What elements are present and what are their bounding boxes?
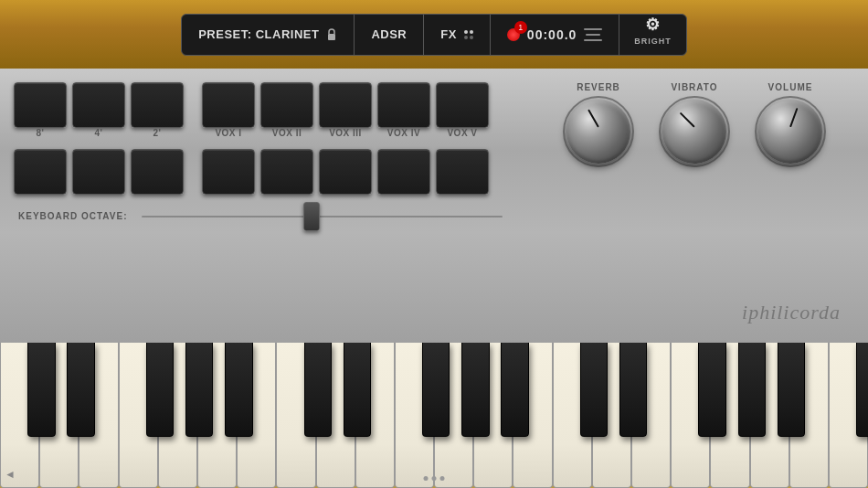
- octave-label-4ft: 4': [72, 128, 125, 138]
- toolbar: PRESET: CLARINET ADSR FX 00:00.0: [181, 14, 687, 56]
- vibrato-indicator: [680, 112, 695, 128]
- vox-label-5: VOX V: [436, 128, 489, 138]
- black-key-2[interactable]: [146, 343, 174, 437]
- controls-left: 8' 4' 2' VOX I VOX II VOX III: [0, 69, 521, 343]
- reverb-knob[interactable]: [566, 100, 630, 164]
- black-key-9[interactable]: [501, 343, 528, 437]
- vox-buttons-bottom-row: [202, 149, 489, 195]
- fx-label: FX: [440, 27, 457, 41]
- black-key-15[interactable]: [856, 343, 868, 437]
- black-key-0[interactable]: [27, 343, 55, 437]
- keyboard-octave-row: KEYBOARD OCTAVE:: [14, 211, 507, 221]
- reverb-knob-container: REVERB: [566, 82, 630, 164]
- octave-label-8ft: 8': [14, 128, 67, 138]
- black-key-3[interactable]: [185, 343, 213, 437]
- menu-line-bot: [584, 39, 602, 41]
- vox-group-top: VOX I VOX II VOX III VOX IV VOX V: [202, 82, 489, 138]
- octave-group-top: 8' 4' 2': [14, 82, 184, 138]
- dot-3: [440, 476, 445, 481]
- dot-1: [424, 476, 429, 481]
- reverb-knob-body: [566, 100, 630, 164]
- keyboard-octave-slider[interactable]: [142, 216, 503, 217]
- black-key-8[interactable]: [461, 343, 489, 437]
- volume-knob[interactable]: [758, 100, 822, 164]
- octave-btn-2ft[interactable]: [131, 82, 184, 128]
- vibrato-knob[interactable]: [662, 100, 726, 164]
- vibrato-knob-container: VIBRATO: [662, 82, 726, 164]
- vox-label-4: VOX IV: [377, 128, 430, 138]
- vox-btn-5[interactable]: [436, 82, 489, 128]
- octave-buttons-top-row: [14, 82, 184, 128]
- piano: [0, 343, 868, 488]
- vox-labels-top: VOX I VOX II VOX III VOX IV VOX V: [202, 128, 489, 138]
- adsr-label: ADSR: [371, 27, 407, 41]
- vox-btn-1[interactable]: [202, 82, 255, 128]
- vox-btn-b2[interactable]: [260, 149, 313, 195]
- lock-icon[interactable]: [326, 27, 337, 41]
- settings-section[interactable]: ⚙ BRIGHT: [619, 15, 686, 55]
- black-key-11[interactable]: [619, 343, 647, 437]
- volume-knob-container: VOLUME: [758, 82, 822, 164]
- preset-label: PRESET: CLARINET: [198, 27, 319, 41]
- black-key-4[interactable]: [225, 343, 252, 437]
- octave-btn-b3[interactable]: [131, 149, 184, 195]
- black-key-14[interactable]: [778, 343, 805, 437]
- gear-icon: ⚙: [645, 15, 661, 35]
- volume-label: VOLUME: [768, 82, 813, 92]
- fx-dots: [464, 30, 473, 39]
- left-arrow[interactable]: ◄: [5, 468, 16, 481]
- volume-knob-body: [758, 100, 822, 164]
- adsr-section[interactable]: ADSR: [355, 15, 424, 55]
- bright-label: BRIGHT: [634, 37, 672, 46]
- knobs-row: REVERB VIBRATO: [566, 82, 822, 164]
- octave-label-2ft: 2': [131, 128, 184, 138]
- black-key-10[interactable]: [580, 343, 608, 437]
- black-key-12[interactable]: [698, 343, 725, 437]
- vox-btn-b5[interactable]: [436, 149, 489, 195]
- vox-label-3: VOX III: [319, 128, 372, 138]
- transport-section: 00:00.0: [491, 15, 619, 55]
- vox-btn-2[interactable]: [260, 82, 313, 128]
- main-panel: 8' 4' 2' VOX I VOX II VOX III: [0, 69, 868, 343]
- wood-header: PRESET: CLARINET ADSR FX 00:00.0: [0, 0, 868, 69]
- volume-indicator: [789, 108, 798, 127]
- record-button[interactable]: [507, 28, 520, 41]
- vibrato-label: VIBRATO: [671, 82, 717, 92]
- vibrato-knob-body: [662, 100, 726, 164]
- octave-buttons-bottom-row: [14, 149, 184, 195]
- svg-rect-0: [328, 34, 335, 40]
- slider-thumb[interactable]: [303, 202, 320, 231]
- black-key-13[interactable]: [738, 343, 766, 437]
- reverb-label: REVERB: [577, 82, 620, 92]
- vox-buttons-top-row: [202, 82, 489, 128]
- black-key-5[interactable]: [304, 343, 332, 437]
- octave-btn-b1[interactable]: [14, 149, 67, 195]
- vox-label-1: VOX I: [202, 128, 255, 138]
- dot-2: [432, 476, 437, 481]
- vox-label-2: VOX II: [260, 128, 313, 138]
- keyboard-octave-label: KEYBOARD OCTAVE:: [18, 211, 128, 221]
- black-key-1[interactable]: [67, 343, 94, 437]
- vox-btn-3[interactable]: [319, 82, 372, 128]
- black-keys: [0, 343, 868, 437]
- menu-line-mid: [586, 34, 600, 36]
- menu-icon[interactable]: [584, 28, 602, 41]
- vox-btn-b3[interactable]: [319, 149, 372, 195]
- keyboard-container: ◄: [0, 343, 868, 488]
- vox-btn-b1[interactable]: [202, 149, 255, 195]
- fx-section[interactable]: FX: [424, 15, 491, 55]
- preset-section[interactable]: PRESET: CLARINET: [182, 15, 355, 55]
- black-key-6[interactable]: [344, 343, 371, 437]
- brand-text: iphilicorda: [742, 301, 841, 324]
- octave-btn-8ft[interactable]: [14, 82, 67, 128]
- octave-btn-b2[interactable]: [72, 149, 125, 195]
- time-display: 00:00.0: [527, 27, 577, 42]
- menu-line-top: [584, 28, 602, 30]
- reverb-indicator: [587, 109, 599, 127]
- vox-btn-b4[interactable]: [377, 149, 430, 195]
- three-dots: [424, 476, 445, 481]
- vox-btn-4[interactable]: [377, 82, 430, 128]
- octave-labels: 8' 4' 2': [14, 128, 184, 138]
- octave-btn-4ft[interactable]: [72, 82, 125, 128]
- black-key-7[interactable]: [422, 343, 450, 437]
